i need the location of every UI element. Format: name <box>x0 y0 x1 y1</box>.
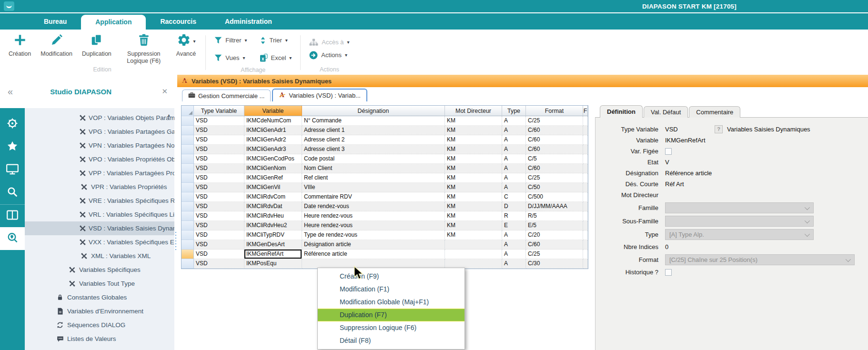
avanc-button[interactable]: ▾Avancé <box>172 32 200 58</box>
table-cell[interactable]: VSD <box>194 221 244 230</box>
table-cell[interactable]: C/60 <box>526 240 583 250</box>
table-cell[interactable]: C/60 <box>526 126 583 135</box>
checkbox-historique[interactable] <box>665 269 672 276</box>
table-cell[interactable] <box>445 240 502 250</box>
row-selector[interactable] <box>182 221 194 230</box>
column-header-mot-directeur[interactable]: Mot Directeur <box>445 106 502 116</box>
table-cell[interactable]: VSD <box>194 211 244 221</box>
sidebar-item-vpg-variables-partag-es-gam[interactable]: VPG : Variables Partagées Gam <box>25 125 174 139</box>
table-cell[interactable]: Adresse client 3 <box>302 145 445 154</box>
table-cell[interactable]: C/60 <box>526 164 583 173</box>
table-corner-cell[interactable] <box>182 106 194 116</box>
row-selector[interactable] <box>182 259 194 269</box>
rail-item-columns[interactable] <box>0 204 25 227</box>
table-cell[interactable]: VSD <box>194 250 244 259</box>
sidebar-item-variables-d-environnement[interactable]: Variables d'Environnement <box>25 304 174 318</box>
close-sidebar-icon[interactable]: ✕ <box>161 87 168 96</box>
table-cell[interactable]: VSD <box>194 173 244 183</box>
table-cell[interactable]: Adresse client 2 <box>302 135 445 145</box>
sidebar-item-variables-tout-type[interactable]: Variables Tout Type <box>25 277 174 290</box>
suppression-logique-f6-button[interactable]: Suppression Logique (F6) <box>117 32 171 65</box>
table-cell[interactable]: IKMCliRdvDat <box>244 202 302 211</box>
table-cell[interactable]: Désignation article <box>302 240 445 250</box>
row-selector[interactable] <box>182 202 194 211</box>
context-menu-item-suppression-logique-f6[interactable]: Suppression Logique (F6) <box>318 321 464 334</box>
detail-tab-commentaire[interactable]: Commentaire <box>689 106 740 118</box>
tree-scrollbar-up-icon[interactable]: ▲ <box>167 113 171 118</box>
column-header-d-signation[interactable]: Désignation <box>302 106 445 116</box>
sidebar-item-vrl-variables-sp-cifiques-lign[interactable]: VRL : Variables Spécifiques Lign <box>25 208 174 221</box>
column-header-variable[interactable]: Variable <box>244 106 302 116</box>
table-cell[interactable]: VSD <box>194 183 244 192</box>
table-cell[interactable]: KM <box>445 126 502 135</box>
table-cell[interactable]: A <box>502 230 526 240</box>
table-cell[interactable]: KM <box>445 202 502 211</box>
sidebar-item-vpr-variables-propri-t-s[interactable]: VPR : Variables Propriétés <box>25 180 174 194</box>
table-cell[interactable]: VSD <box>194 202 244 211</box>
table-cell[interactable]: Date rendez-vous <box>302 202 445 211</box>
row-selector[interactable] <box>182 135 194 145</box>
row-selector[interactable] <box>182 192 194 202</box>
row-selector[interactable] <box>182 230 194 240</box>
detail-tab-d-finition[interactable]: Définition <box>600 105 643 118</box>
duplication-button[interactable]: Duplication <box>78 32 115 58</box>
table-cell[interactable]: E <box>502 221 526 230</box>
table-cell[interactable]: Référence article <box>302 250 445 259</box>
row-selector[interactable] <box>182 116 194 126</box>
row-selector[interactable] <box>182 240 194 250</box>
table-cell[interactable]: A <box>502 240 526 250</box>
table-cell[interactable]: A <box>502 126 526 135</box>
table-cell[interactable] <box>445 250 502 259</box>
table-cell[interactable]: VSD <box>194 240 244 250</box>
table-cell[interactable]: A <box>502 135 526 145</box>
table-cell[interactable]: IKMCdeNumCom <box>244 116 302 126</box>
table-cell[interactable]: VSD <box>194 259 244 269</box>
sidebar-item-vxx-variables-sp-cifiques-ev-n[interactable]: VXX : Variables Spécifiques Evén <box>25 235 174 249</box>
document-tab-gestion-commerciale[interactable]: Gestion Commerciale ... <box>182 90 271 101</box>
table-cell[interactable]: D <box>502 202 526 211</box>
row-selector[interactable] <box>182 183 194 192</box>
sidebar-item-vsd-variables-saisies-dynamiq[interactable]: VSD : Variables Saisies Dynamiq <box>25 221 174 235</box>
table-cell[interactable]: VSD <box>194 126 244 135</box>
table-cell[interactable]: N° Commande <box>302 116 445 126</box>
rail-item-helm[interactable] <box>0 113 25 136</box>
table-cell[interactable]: R/5 <box>526 211 583 221</box>
table-cell[interactable]: C/20 <box>526 230 583 240</box>
row-selector[interactable] <box>182 126 194 135</box>
sidebar-item-s-quences-dialog[interactable]: Séquences DIALOG <box>25 318 174 332</box>
sidebar-item-xml-variables-xml[interactable]: XML : Variables XML <box>25 249 174 263</box>
table-cell[interactable]: IKMPosEqu <box>244 259 302 269</box>
collapse-sidebar-icon[interactable]: « <box>8 86 13 97</box>
table-cell[interactable]: VSD <box>194 154 244 164</box>
table-cell[interactable]: KM <box>445 145 502 154</box>
table-cell[interactable]: C/30 <box>526 259 583 269</box>
table-cell[interactable]: KM <box>445 135 502 145</box>
table-cell[interactable]: A <box>502 116 526 126</box>
table-cell[interactable]: VSD <box>194 192 244 202</box>
table-cell[interactable]: C/50 <box>526 183 583 192</box>
column-header-type-variable[interactable]: Type Variable <box>194 106 244 116</box>
select-famille[interactable] <box>665 202 814 213</box>
table-cell[interactable]: R <box>502 211 526 221</box>
table-cell[interactable]: KM <box>445 173 502 183</box>
table-cell[interactable]: KM <box>445 183 502 192</box>
table-cell[interactable]: Ref client <box>302 173 445 183</box>
table-cell[interactable]: C/500 <box>526 192 583 202</box>
app-logo-icon[interactable] <box>4 1 14 11</box>
sidebar-item-vpn-variables-partag-es-nom[interactable]: VPN : Variables Partagées Nom <box>25 139 174 152</box>
table-cell[interactable]: IKMCliRdvHeu <box>244 211 302 221</box>
menu-tab-application[interactable]: Application <box>81 15 146 30</box>
checkbox-var-fig-e[interactable] <box>665 148 672 155</box>
table-cell[interactable]: KM <box>445 221 502 230</box>
table-cell[interactable]: VSD <box>194 230 244 240</box>
table-cell[interactable]: C/60 <box>526 135 583 145</box>
row-selector[interactable] <box>182 211 194 221</box>
table-cell[interactable]: C/60 <box>526 145 583 154</box>
sidebar-item-listes-de-valeurs[interactable]: Listes de Valeurs <box>25 332 174 346</box>
table-cell[interactable]: A <box>502 250 526 259</box>
sidebar-item-vop-variables-objets-param-t[interactable]: VOP : Variables Objets Paramét <box>25 111 174 125</box>
table-cell[interactable]: Type de rendez-vous <box>302 230 445 240</box>
table-cell[interactable]: KM <box>445 116 502 126</box>
sidebar-item-variables-sp-cifiques[interactable]: Variables Spécifiques <box>25 263 174 277</box>
row-selector[interactable] <box>182 173 194 183</box>
